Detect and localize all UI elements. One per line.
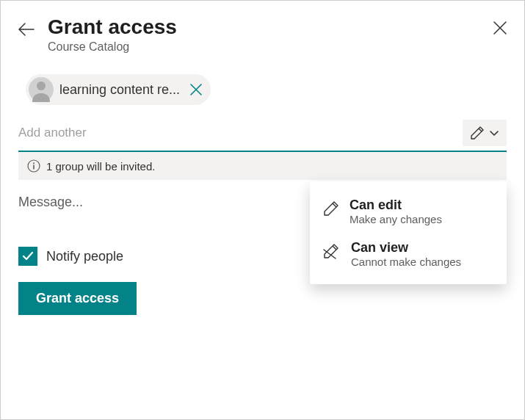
dropdown-item-sub: Cannot make changes	[351, 256, 461, 268]
pencil-icon	[470, 126, 485, 140]
svg-point-2	[33, 162, 35, 164]
permission-dropdown: Can edit Make any changes Can view Canno…	[310, 181, 507, 284]
checkmark-icon	[21, 250, 35, 263]
chip-remove-button[interactable]	[190, 84, 202, 95]
selected-group-chip: learning content re...	[26, 74, 211, 105]
chip-label: learning content re...	[59, 82, 180, 98]
person-icon	[29, 77, 54, 102]
dropdown-item-title: Can view	[351, 240, 461, 256]
notify-label: Notify people	[46, 249, 123, 264]
svg-point-0	[37, 82, 46, 90]
dropdown-item-can-view[interactable]: Can view Cannot make changes	[310, 233, 507, 275]
chevron-down-icon	[489, 128, 499, 138]
permission-toggle[interactable]	[463, 120, 507, 146]
arrow-left-icon	[18, 23, 35, 36]
close-button[interactable]	[493, 21, 507, 35]
avatar	[29, 77, 54, 102]
add-another-input[interactable]	[18, 123, 463, 143]
info-icon	[27, 159, 40, 173]
dropdown-item-can-edit[interactable]: Can edit Make any changes	[310, 190, 507, 233]
close-icon	[493, 21, 507, 35]
info-text: 1 group will be invited.	[46, 160, 155, 173]
dropdown-item-title: Can edit	[350, 198, 442, 213]
notify-checkbox[interactable]	[18, 247, 37, 266]
close-icon	[190, 84, 202, 95]
grant-access-button[interactable]: Grant access	[18, 282, 137, 315]
info-bar: 1 group will be invited.	[18, 152, 507, 180]
back-button[interactable]	[18, 21, 35, 37]
dialog-subtitle: Course Catalog	[48, 40, 480, 54]
svg-rect-3	[33, 165, 35, 170]
dialog-title: Grant access	[48, 15, 480, 39]
dropdown-item-sub: Make any changes	[350, 213, 442, 225]
pencil-icon	[323, 200, 339, 217]
pencil-slash-icon	[323, 243, 341, 259]
